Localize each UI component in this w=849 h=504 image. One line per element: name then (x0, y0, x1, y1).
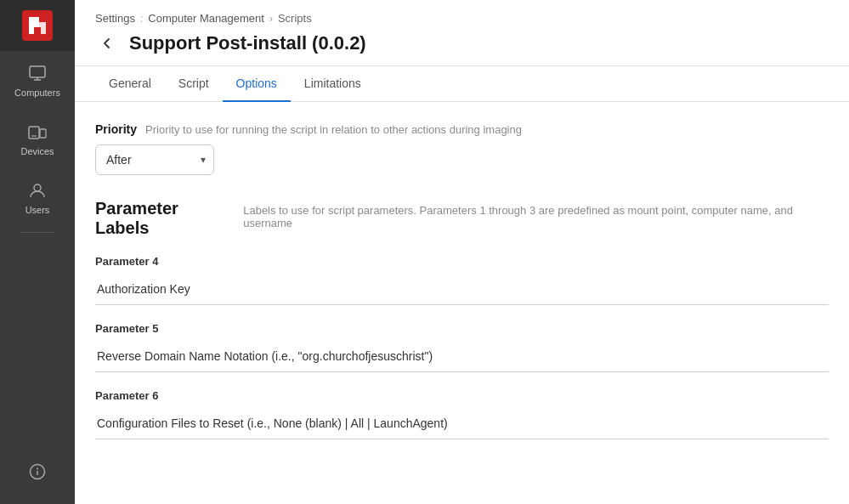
parameter-5-input[interactable] (95, 340, 829, 372)
sidebar-item-users-label: Users (25, 205, 50, 215)
tabs-bar: General Script Options Limitations (75, 66, 849, 102)
priority-label: Priority (95, 122, 137, 136)
sidebar-bottom (27, 453, 48, 504)
breadcrumb-sep-1: : (140, 13, 143, 25)
parameter-6-label: Parameter 6 (95, 389, 829, 402)
sidebar-item-devices-label: Devices (20, 146, 54, 156)
sidebar-item-users[interactable]: Users (0, 168, 75, 227)
breadcrumb-scripts: Scripts (278, 12, 312, 25)
page-title-row: Support Post-install (0.0.2) (95, 31, 829, 65)
param-section-title: Parameter Labels (95, 199, 233, 238)
breadcrumb-computer-management[interactable]: Computer Management (148, 12, 264, 25)
tab-limitations[interactable]: Limitations (291, 66, 375, 102)
app-logo[interactable] (0, 0, 75, 51)
main-content: Settings : Computer Management › Scripts… (75, 0, 849, 504)
content-area: Priority Priority to use for running the… (75, 102, 849, 504)
breadcrumb-sep-2: › (269, 13, 273, 25)
parameter-5-item: Parameter 5 (95, 322, 829, 372)
sidebar: Computers Devices Users (0, 0, 75, 504)
svg-rect-7 (40, 129, 46, 138)
param-section-header: Parameter Labels Labels to use for scrip… (95, 199, 829, 238)
info-icon (27, 462, 48, 482)
header: Settings : Computer Management › Scripts… (75, 0, 849, 66)
page-title: Support Post-install (0.0.2) (129, 32, 366, 54)
tab-options[interactable]: Options (223, 66, 291, 102)
sidebar-item-devices[interactable]: Devices (0, 110, 75, 168)
parameter-5-label: Parameter 5 (95, 322, 829, 335)
priority-label-row: Priority Priority to use for running the… (95, 122, 829, 136)
priority-select[interactable]: Before After At Reboot (95, 144, 214, 175)
sidebar-nav: Computers Devices Users (0, 51, 75, 453)
users-icon (27, 180, 48, 201)
parameter-6-item: Parameter 6 (95, 389, 829, 439)
svg-rect-3 (30, 66, 45, 77)
sidebar-divider (20, 232, 54, 233)
svg-point-12 (37, 468, 38, 470)
priority-description: Priority to use for running the script i… (145, 123, 522, 136)
back-arrow-icon (99, 36, 115, 51)
back-button[interactable] (95, 31, 119, 55)
priority-section: Priority Priority to use for running the… (95, 122, 829, 175)
svg-rect-6 (29, 127, 39, 139)
sidebar-item-computers-label: Computers (14, 88, 60, 98)
parameter-4-label: Parameter 4 (95, 255, 829, 268)
parameter-6-input[interactable] (95, 407, 829, 439)
parameter-labels-section: Parameter Labels Labels to use for scrip… (95, 199, 829, 439)
priority-select-wrapper: Before After At Reboot ▾ (95, 144, 214, 175)
breadcrumb-settings[interactable]: Settings (95, 12, 135, 25)
svg-point-9 (34, 184, 41, 191)
parameter-4-item: Parameter 4 (95, 255, 829, 305)
breadcrumb: Settings : Computer Management › Scripts (95, 0, 829, 31)
param-section-desc: Labels to use for script parameters. Par… (243, 204, 829, 229)
monitor-icon (27, 63, 48, 83)
sidebar-item-computers[interactable]: Computers (0, 51, 75, 110)
logo-icon (22, 10, 53, 41)
devices-icon (27, 122, 48, 142)
tab-general[interactable]: General (95, 66, 165, 102)
parameter-4-input[interactable] (95, 273, 829, 305)
tab-script[interactable]: Script (165, 66, 223, 102)
sidebar-item-info[interactable] (27, 453, 48, 490)
